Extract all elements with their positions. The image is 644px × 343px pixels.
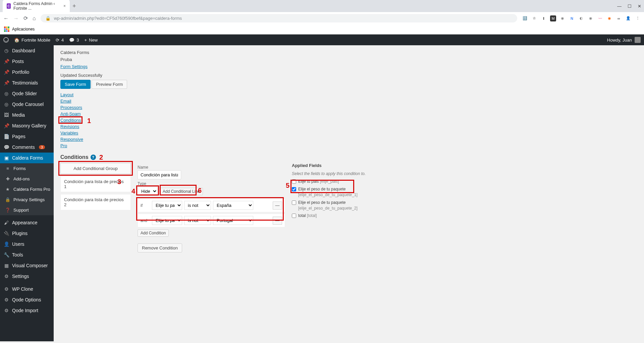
tab-responsive[interactable]: Responsive (60, 137, 83, 142)
type-label: Type (138, 181, 285, 186)
remove-condition-button[interactable]: Remove Condition (138, 243, 182, 252)
apps-icon[interactable] (4, 26, 9, 32)
sidebar-item-media[interactable]: 🖼Media (0, 110, 54, 120)
sidebar-item-privacy-settings[interactable]: 🔒Privacy Settings (0, 194, 54, 205)
sidebar-item-testimonials[interactable]: 📌Testimonials (0, 77, 54, 88)
window-controls: — ☐ ✕ (617, 4, 641, 9)
minimize-icon[interactable]: — (617, 4, 622, 9)
browser-tab-bar: C Caldera Forms Admin ‹ Fortnite ... × +… (0, 0, 644, 12)
bookmark-apps[interactable]: Aplicaciones (12, 27, 35, 32)
add-condition-button[interactable]: Add Condition (138, 229, 169, 237)
add-conditional-group-button[interactable]: Add Conditional Group (60, 163, 131, 174)
ext-icon[interactable]: I (541, 15, 547, 21)
tab-close-icon[interactable]: × (63, 4, 66, 8)
sidebar-item-forms[interactable]: ≡Forms (0, 163, 54, 174)
sidebar-item-appearance[interactable]: 🖌Appearance (0, 217, 54, 228)
menu-label: Portfolio (12, 69, 29, 75)
condition-group-1[interactable]: Condición para lista de precios 1 (60, 176, 131, 192)
help-icon[interactable]: ? (91, 155, 96, 160)
tab-processors[interactable]: Processors (60, 105, 82, 110)
row-value-select[interactable]: Portugal (213, 216, 253, 225)
condition-name-input[interactable] (138, 170, 181, 179)
sidebar-item-masonry-gallery[interactable]: 📌Masonry Gallery (0, 120, 54, 131)
sidebar-item-visual-composer[interactable]: ▦Visual Composer (0, 260, 54, 271)
user-avatar-icon[interactable] (635, 37, 641, 43)
sidebar-item-plugins[interactable]: 🔌Plugins (0, 228, 54, 239)
profile-avatar-icon[interactable]: 👤 (625, 15, 631, 21)
tab-layout[interactable]: Layout (60, 92, 73, 97)
wp-logo-icon[interactable] (3, 37, 9, 43)
sidebar-item-wp-clone[interactable]: ⚙WP Clone (0, 284, 54, 294)
condition-type-select[interactable]: Hide (138, 187, 158, 196)
applied-field-checkbox[interactable] (292, 201, 296, 205)
sidebar-item-qode-options[interactable]: ⚙Qode Options (0, 294, 54, 305)
tab-antispam[interactable]: Anti-Spam (60, 111, 81, 116)
reload-icon[interactable]: ⟳ (23, 15, 28, 21)
ext-icon[interactable]: M (550, 15, 556, 21)
condition-group-2[interactable]: Condición para lista de precios 2 (60, 194, 131, 210)
site-link[interactable]: 🏠 Fortnite Mobile (14, 38, 50, 43)
menu-icon: ≡ (5, 166, 11, 171)
sidebar-item-qode-slider[interactable]: ◎Qode Slider (0, 88, 54, 99)
sidebar-item-dashboard[interactable]: ◷Dashboard (0, 45, 54, 56)
url-input[interactable]: 🔒 wp-admin/admin.php?edit=CF5d760f590fbe… (41, 14, 517, 22)
sidebar-item-qode-import[interactable]: ⚙Qode Import (0, 305, 54, 316)
back-icon[interactable]: ← (3, 15, 9, 21)
sidebar-item-tools[interactable]: 🔧Tools (0, 249, 54, 260)
ext-icon[interactable]: ◉ (588, 15, 594, 21)
row-remove-button[interactable]: — (273, 202, 282, 210)
sidebar-item-qode-carousel[interactable]: ◎Qode Carousel (0, 99, 54, 110)
ext-icon[interactable]: N (569, 15, 575, 21)
close-window-icon[interactable]: ✕ (638, 4, 641, 9)
sidebar-item-settings[interactable]: ⚙Settings (0, 271, 54, 282)
sidebar-item-users[interactable]: 👤Users (0, 239, 54, 249)
tab-pro[interactable]: Pro (60, 143, 67, 148)
ext-icon[interactable]: ◉ (559, 15, 566, 21)
add-conditional-line-button[interactable]: Add Conditional Line (160, 188, 203, 195)
ext-icon[interactable]: ∞ (616, 15, 622, 21)
howdy-text[interactable]: Howdy, Juan (607, 38, 632, 43)
applied-field-checkbox[interactable] (292, 179, 296, 184)
row-remove-button[interactable]: — (273, 217, 282, 225)
sidebar-item-caldera-forms[interactable]: ▣Caldera Forms (0, 153, 54, 163)
comments-link[interactable]: 💬 3 (69, 38, 79, 43)
maximize-icon[interactable]: ☐ (628, 4, 632, 9)
sidebar-item-posts[interactable]: 📌Posts (0, 56, 54, 67)
translate-icon[interactable]: 🔠 (522, 15, 528, 21)
row-op-select[interactable]: is not (184, 216, 211, 225)
tab-revisions[interactable]: Revisions (60, 124, 79, 129)
form-settings-link[interactable]: Form Settings (60, 64, 88, 69)
tab-email[interactable]: Email (60, 99, 71, 104)
menu-icon: 🔒 (5, 197, 11, 202)
sidebar-item-portfolio[interactable]: 📌Portfolio (0, 67, 54, 77)
applied-field-item: total [total] (292, 213, 386, 219)
save-form-button[interactable]: Save Form (60, 80, 91, 89)
forward-icon[interactable]: → (13, 15, 19, 21)
sidebar-item-comments[interactable]: 💬Comments3 (0, 142, 54, 153)
row-value-select[interactable]: España (213, 201, 253, 210)
new-tab-button[interactable]: + (72, 3, 76, 10)
new-link[interactable]: + New (84, 38, 98, 43)
menu-icon: 📄 (3, 134, 9, 139)
menu-label: Qode Carousel (12, 102, 44, 107)
sidebar-item-add-ons[interactable]: ✚Add-ons (0, 174, 54, 184)
ext-icon[interactable]: ◐ (578, 15, 584, 21)
updates-link[interactable]: ⟳ 4 (56, 38, 64, 43)
tab-variables[interactable]: Variables (60, 130, 78, 135)
tab-conditions[interactable]: Conditions (60, 118, 81, 123)
sidebar-item-support[interactable]: ❓Support (0, 205, 54, 215)
home-icon[interactable]: ⌂ (33, 15, 36, 21)
row-field-select[interactable]: Elije tu pais [eli (152, 216, 182, 225)
star-icon[interactable]: ☆ (531, 15, 537, 21)
row-op-select[interactable]: is not (184, 201, 211, 210)
preview-form-button[interactable]: Preview Form (92, 80, 127, 89)
applied-field-checkbox[interactable] (292, 187, 296, 191)
ext-icon[interactable]: ◉ (606, 15, 612, 21)
sidebar-item-caldera-forms-pro[interactable]: ★Caldera Forms Pro (0, 184, 54, 194)
menu-icon[interactable]: ⋮ (635, 15, 641, 21)
row-field-select[interactable]: Elije tu pais [eli (152, 201, 182, 210)
applied-field-checkbox[interactable] (292, 214, 296, 218)
ext-icon[interactable]: 〰 (597, 15, 603, 21)
sidebar-item-pages[interactable]: 📄Pages (0, 131, 54, 142)
browser-tab[interactable]: C Caldera Forms Admin ‹ Fortnite ... × (3, 0, 70, 13)
